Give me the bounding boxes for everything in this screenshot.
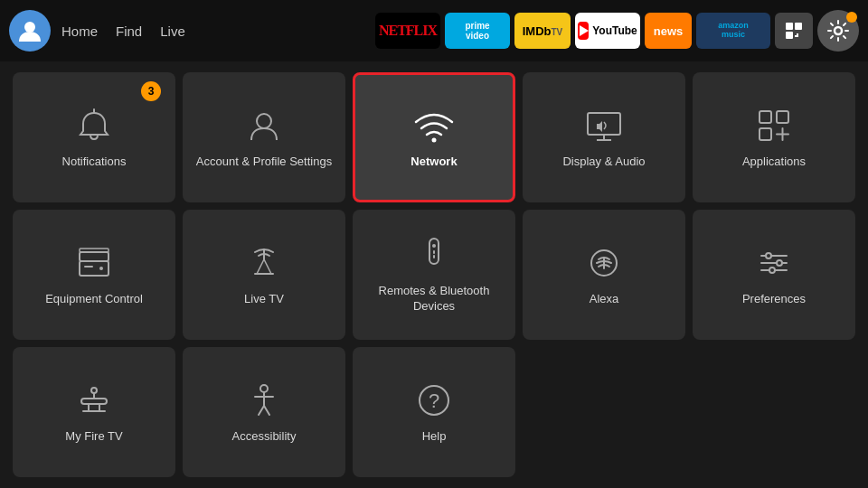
svg-point-44 [260,385,268,392]
svg-rect-18 [80,261,108,276]
amazon-music-label: amazonmusic [718,22,749,40]
network-tile[interactable]: Network [353,72,515,202]
svg-point-6 [835,27,842,34]
nav-find[interactable]: Find [116,23,142,39]
svg-rect-2 [795,23,802,30]
svg-line-47 [259,406,264,415]
prime-label: primevideo [465,21,489,41]
my-fire-tv-label: My Fire TV [65,429,122,445]
settings-button[interactable] [817,10,859,52]
equipment-icon [74,243,114,283]
svg-line-24 [257,259,264,274]
amazon-music-button[interactable]: amazonmusic [696,13,770,49]
help-icon: ? [414,380,454,420]
live-tv-icon [244,243,284,283]
svg-point-8 [257,114,271,128]
notifications-badge: 3 [141,81,161,101]
preferences-label: Preferences [742,292,806,307]
accessibility-label: Accessibility [232,429,297,445]
help-label: Help [422,429,447,445]
network-wifi-icon [412,106,456,145]
equipment-control-tile[interactable]: Equipment Control [13,210,175,340]
grid-icon [784,21,804,41]
notifications-label: Notifications [62,155,127,170]
alexa-label: Alexa [590,292,619,307]
display-audio-tile[interactable]: Display & Audio [523,72,685,202]
fire-tv-icon [74,380,114,420]
my-fire-tv-tile[interactable]: My Fire TV [13,347,175,477]
live-tv-label: Live TV [244,292,284,307]
remote-icon [414,235,454,275]
svg-point-28 [432,244,436,248]
youtube-button[interactable]: YouTube [575,13,640,49]
nav-home[interactable]: Home [61,23,98,39]
news-button[interactable]: news [645,13,692,49]
svg-rect-1 [786,23,793,30]
alexa-tile[interactable]: Alexa [523,210,685,340]
help-tile[interactable]: ? Help [353,347,515,477]
preferences-icon [754,243,794,283]
youtube-play-icon [578,22,589,40]
news-label: news [654,24,684,38]
svg-line-48 [264,406,269,415]
svg-rect-14 [777,111,788,123]
avatar[interactable] [9,10,51,52]
svg-rect-20 [80,249,108,252]
display-icon [582,106,626,145]
svg-point-9 [432,137,437,142]
remotes-label: Remotes & Bluetooth Devices [362,284,506,314]
svg-rect-19 [80,252,108,261]
imdb-label: IMDbTV [523,24,563,38]
svg-rect-5 [795,35,798,37]
app-icons: NETFLIX primevideo IMDbTV YouTube news a… [375,10,859,52]
account-icon [244,106,284,145]
svg-line-25 [264,259,271,274]
applications-tile[interactable]: Applications [693,72,855,202]
preferences-tile[interactable]: Preferences [693,210,855,340]
notifications-tile[interactable]: Notifications 3 [13,72,175,202]
settings-grid: Notifications 3 Account & Profile Settin… [0,61,868,488]
svg-rect-10 [588,113,620,135]
svg-point-22 [99,267,103,270]
svg-text:?: ? [429,389,439,412]
settings-notification-dot [846,12,857,23]
svg-point-35 [766,253,771,258]
play-triangle [580,25,589,36]
netflix-label: NETFLIX [379,23,437,39]
netflix-app-button[interactable]: NETFLIX [375,13,440,49]
svg-point-0 [24,22,35,33]
display-audio-label: Display & Audio [562,155,645,170]
equipment-control-label: Equipment Control [45,292,143,307]
imdb-button[interactable]: IMDbTV [514,13,571,49]
nav-live[interactable]: Live [160,23,185,39]
svg-rect-15 [760,128,771,140]
alexa-icon [584,243,624,283]
applications-icon [754,106,794,145]
topbar: Home Find Live NETFLIX primevideo IMDbTV… [0,0,868,61]
live-tv-tile[interactable]: Live TV [183,210,345,340]
settings-gear-icon [826,19,850,42]
prime-video-button[interactable]: primevideo [445,13,510,49]
grid-button[interactable] [775,13,813,49]
svg-point-37 [769,267,775,273]
svg-rect-3 [786,32,793,39]
youtube-label: YouTube [592,24,637,37]
account-profile-tile[interactable]: Account & Profile Settings [183,72,345,202]
account-label: Account & Profile Settings [196,155,332,170]
nav-links: Home Find Live [61,23,185,39]
svg-point-43 [91,388,97,393]
accessibility-tile[interactable]: Accessibility [183,347,345,477]
accessibility-icon [244,380,284,420]
remotes-bluetooth-tile[interactable]: Remotes & Bluetooth Devices [353,210,515,340]
notifications-icon [74,106,114,145]
svg-rect-13 [760,111,771,123]
applications-label: Applications [742,155,806,170]
svg-point-36 [777,260,782,266]
network-label: Network [410,155,457,170]
